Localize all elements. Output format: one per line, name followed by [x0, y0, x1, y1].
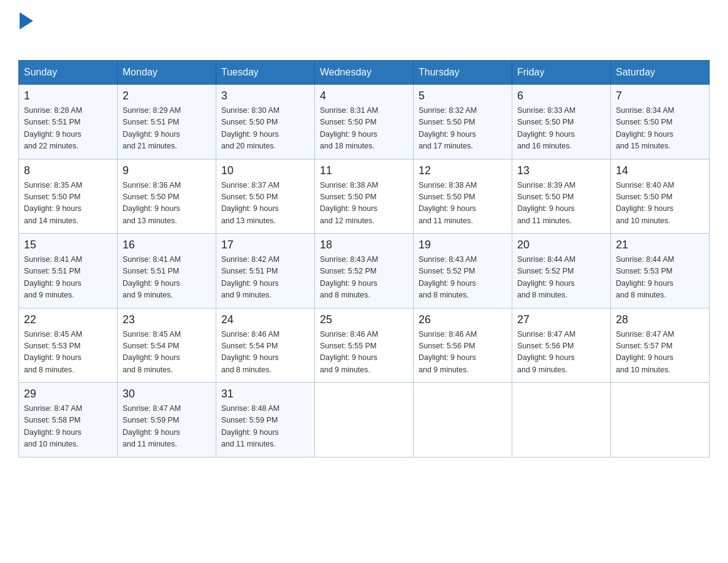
calendar-cell: 19 Sunrise: 8:43 AM Sunset: 5:52 PM Dayl… — [414, 234, 512, 308]
calendar-cell: 21 Sunrise: 8:44 AM Sunset: 5:53 PM Dayl… — [611, 234, 710, 308]
day-number: 24 — [221, 313, 309, 326]
day-info: Sunrise: 8:38 AM Sunset: 5:50 PM Dayligh… — [419, 180, 507, 228]
day-info: Sunrise: 8:43 AM Sunset: 5:52 PM Dayligh… — [320, 254, 408, 302]
calendar-cell: 12 Sunrise: 8:38 AM Sunset: 5:50 PM Dayl… — [414, 159, 512, 234]
day-info: Sunrise: 8:47 AM Sunset: 5:56 PM Dayligh… — [517, 329, 605, 377]
day-number: 22 — [24, 313, 112, 326]
logo-triangle-icon — [20, 12, 33, 29]
calendar-week-row: 22 Sunrise: 8:45 AM Sunset: 5:53 PM Dayl… — [19, 308, 710, 383]
calendar-week-row: 8 Sunrise: 8:35 AM Sunset: 5:50 PM Dayli… — [19, 159, 710, 234]
calendar-cell — [512, 383, 611, 458]
day-number: 11 — [320, 164, 408, 177]
day-info: Sunrise: 8:38 AM Sunset: 5:50 PM Dayligh… — [320, 180, 408, 228]
calendar-cell: 28 Sunrise: 8:47 AM Sunset: 5:57 PM Dayl… — [611, 308, 710, 383]
calendar-cell: 27 Sunrise: 8:47 AM Sunset: 5:56 PM Dayl… — [512, 308, 611, 383]
day-of-week-friday: Friday — [512, 61, 611, 85]
day-number: 17 — [221, 239, 309, 251]
day-info: Sunrise: 8:34 AM Sunset: 5:50 PM Dayligh… — [616, 105, 704, 153]
day-info: Sunrise: 8:33 AM Sunset: 5:50 PM Dayligh… — [517, 105, 605, 153]
calendar-cell: 3 Sunrise: 8:30 AM Sunset: 5:50 PM Dayli… — [216, 85, 315, 159]
day-info: Sunrise: 8:41 AM Sunset: 5:51 PM Dayligh… — [24, 254, 112, 302]
day-info: Sunrise: 8:31 AM Sunset: 5:50 PM Dayligh… — [320, 105, 408, 153]
calendar-week-row: 29 Sunrise: 8:47 AM Sunset: 5:58 PM Dayl… — [19, 383, 710, 458]
day-info: Sunrise: 8:46 AM Sunset: 5:56 PM Dayligh… — [419, 329, 507, 377]
calendar-cell: 20 Sunrise: 8:44 AM Sunset: 5:52 PM Dayl… — [512, 234, 611, 308]
day-info: Sunrise: 8:32 AM Sunset: 5:50 PM Dayligh… — [419, 105, 507, 153]
day-number: 27 — [517, 313, 605, 326]
calendar-cell: 24 Sunrise: 8:46 AM Sunset: 5:54 PM Dayl… — [216, 308, 315, 383]
calendar-cell: 2 Sunrise: 8:29 AM Sunset: 5:51 PM Dayli… — [118, 85, 216, 159]
day-info: Sunrise: 8:43 AM Sunset: 5:52 PM Dayligh… — [419, 254, 507, 302]
calendar-cell: 13 Sunrise: 8:39 AM Sunset: 5:50 PM Dayl… — [512, 159, 611, 234]
day-number: 1 — [24, 90, 112, 102]
calendar-cell: 5 Sunrise: 8:32 AM Sunset: 5:50 PM Dayli… — [414, 85, 512, 159]
day-info: Sunrise: 8:48 AM Sunset: 5:59 PM Dayligh… — [221, 403, 309, 451]
day-number: 15 — [24, 239, 112, 251]
day-info: Sunrise: 8:46 AM Sunset: 5:54 PM Dayligh… — [221, 329, 309, 377]
calendar-table: SundayMondayTuesdayWednesdayThursdayFrid… — [18, 60, 710, 458]
day-info: Sunrise: 8:44 AM Sunset: 5:53 PM Dayligh… — [616, 254, 704, 302]
day-number: 23 — [123, 313, 211, 326]
calendar-cell: 11 Sunrise: 8:38 AM Sunset: 5:50 PM Dayl… — [315, 159, 414, 234]
day-number: 5 — [419, 90, 507, 102]
calendar-header-row: SundayMondayTuesdayWednesdayThursdayFrid… — [19, 61, 710, 85]
calendar-cell — [315, 383, 414, 458]
header — [18, 12, 710, 49]
day-number: 12 — [419, 164, 507, 177]
calendar-cell — [414, 383, 512, 458]
calendar-cell: 22 Sunrise: 8:45 AM Sunset: 5:53 PM Dayl… — [19, 308, 118, 383]
day-info: Sunrise: 8:42 AM Sunset: 5:51 PM Dayligh… — [221, 254, 309, 302]
day-of-week-tuesday: Tuesday — [216, 61, 315, 85]
day-number: 2 — [123, 90, 211, 102]
calendar-cell: 26 Sunrise: 8:46 AM Sunset: 5:56 PM Dayl… — [414, 308, 512, 383]
day-number: 29 — [24, 388, 112, 400]
calendar-cell: 4 Sunrise: 8:31 AM Sunset: 5:50 PM Dayli… — [315, 85, 414, 159]
day-number: 20 — [517, 239, 605, 251]
day-number: 25 — [320, 313, 408, 326]
day-number: 3 — [221, 90, 309, 102]
calendar-cell: 23 Sunrise: 8:45 AM Sunset: 5:54 PM Dayl… — [118, 308, 216, 383]
day-info: Sunrise: 8:45 AM Sunset: 5:54 PM Dayligh… — [123, 329, 211, 377]
calendar-cell: 17 Sunrise: 8:42 AM Sunset: 5:51 PM Dayl… — [216, 234, 315, 308]
logo-area — [18, 12, 33, 49]
calendar-cell: 15 Sunrise: 8:41 AM Sunset: 5:51 PM Dayl… — [19, 234, 118, 308]
calendar-cell: 7 Sunrise: 8:34 AM Sunset: 5:50 PM Dayli… — [611, 85, 710, 159]
calendar-cell: 16 Sunrise: 8:41 AM Sunset: 5:51 PM Dayl… — [118, 234, 216, 308]
day-number: 21 — [616, 239, 704, 251]
day-number: 6 — [517, 90, 605, 102]
day-number: 7 — [616, 90, 704, 102]
day-info: Sunrise: 8:41 AM Sunset: 5:51 PM Dayligh… — [123, 254, 211, 302]
day-of-week-saturday: Saturday — [611, 61, 710, 85]
day-number: 10 — [221, 164, 309, 177]
logo-wrap — [18, 12, 33, 29]
calendar-cell — [611, 383, 710, 458]
page: SundayMondayTuesdayWednesdayThursdayFrid… — [0, 0, 728, 476]
calendar-cell: 1 Sunrise: 8:28 AM Sunset: 5:51 PM Dayli… — [19, 85, 118, 159]
day-info: Sunrise: 8:28 AM Sunset: 5:51 PM Dayligh… — [24, 105, 112, 153]
svg-marker-0 — [20, 12, 33, 29]
day-number: 18 — [320, 239, 408, 251]
day-info: Sunrise: 8:29 AM Sunset: 5:51 PM Dayligh… — [123, 105, 211, 153]
calendar-cell: 25 Sunrise: 8:46 AM Sunset: 5:55 PM Dayl… — [315, 308, 414, 383]
day-of-week-wednesday: Wednesday — [315, 61, 414, 85]
day-info: Sunrise: 8:46 AM Sunset: 5:55 PM Dayligh… — [320, 329, 408, 377]
calendar-cell: 14 Sunrise: 8:40 AM Sunset: 5:50 PM Dayl… — [611, 159, 710, 234]
day-number: 9 — [123, 164, 211, 177]
day-info: Sunrise: 8:39 AM Sunset: 5:50 PM Dayligh… — [517, 180, 605, 228]
calendar-cell: 10 Sunrise: 8:37 AM Sunset: 5:50 PM Dayl… — [216, 159, 315, 234]
day-info: Sunrise: 8:36 AM Sunset: 5:50 PM Dayligh… — [123, 180, 211, 228]
day-number: 26 — [419, 313, 507, 326]
day-info: Sunrise: 8:47 AM Sunset: 5:59 PM Dayligh… — [123, 403, 211, 451]
calendar-cell: 6 Sunrise: 8:33 AM Sunset: 5:50 PM Dayli… — [512, 85, 611, 159]
day-of-week-sunday: Sunday — [19, 61, 118, 85]
day-number: 19 — [419, 239, 507, 251]
day-info: Sunrise: 8:37 AM Sunset: 5:50 PM Dayligh… — [221, 180, 309, 228]
day-info: Sunrise: 8:44 AM Sunset: 5:52 PM Dayligh… — [517, 254, 605, 302]
day-of-week-thursday: Thursday — [414, 61, 512, 85]
calendar-cell: 18 Sunrise: 8:43 AM Sunset: 5:52 PM Dayl… — [315, 234, 414, 308]
calendar-week-row: 1 Sunrise: 8:28 AM Sunset: 5:51 PM Dayli… — [19, 85, 710, 159]
calendar-week-row: 15 Sunrise: 8:41 AM Sunset: 5:51 PM Dayl… — [19, 234, 710, 308]
day-number: 8 — [24, 164, 112, 177]
day-info: Sunrise: 8:35 AM Sunset: 5:50 PM Dayligh… — [24, 180, 112, 228]
day-number: 16 — [123, 239, 211, 251]
